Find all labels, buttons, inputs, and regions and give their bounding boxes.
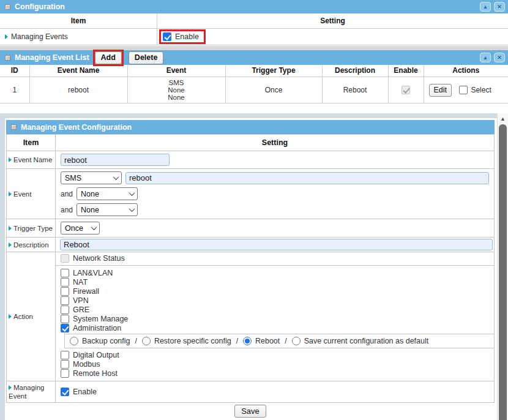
- remote-host-label: Remote Host: [73, 369, 118, 378]
- action-item-vpn[interactable]: VPN: [61, 296, 489, 305]
- action-checkbox-list-2: Digital Output Modbus Remote Host: [56, 348, 494, 381]
- configuration-section: Configuration ▴ ✕ Item Setting Managing …: [0, 0, 508, 45]
- modbus-checkbox[interactable]: [61, 360, 69, 369]
- event-name-label-cell: Event Name: [7, 151, 56, 169]
- backup-config-radio[interactable]: [70, 337, 78, 345]
- panel-left-strip: [0, 113, 5, 420]
- action-item-digital-output[interactable]: Digital Output: [61, 350, 489, 359]
- collapse-button[interactable]: ▴: [480, 53, 491, 62]
- administration-checkbox[interactable]: [61, 324, 69, 332]
- managing-event-enable[interactable]: Enable: [61, 386, 489, 397]
- event-list-table: ID Event Name Event Trigger Type Descrip…: [0, 65, 508, 103]
- event-list-header-row: ID Event Name Event Trigger Type Descrip…: [0, 65, 508, 77]
- event-condition2-value: None: [81, 190, 99, 198]
- trigger-type-setting-cell: Once: [56, 219, 495, 238]
- action-item-nat[interactable]: NAT: [61, 277, 489, 287]
- cell-enable: [388, 77, 424, 103]
- remote-host-checkbox[interactable]: [61, 369, 69, 378]
- managing-events-label: Managing Events: [11, 32, 68, 41]
- and-label: and: [61, 206, 73, 214]
- gre-checkbox[interactable]: [61, 306, 69, 314]
- configuration-title: Configuration: [15, 2, 65, 11]
- col-setting: Setting: [157, 13, 508, 28]
- save-default-radio[interactable]: [292, 337, 301, 345]
- action-checkbox-list: LAN&VLAN NAT Firewall VPN: [56, 266, 494, 334]
- event-type-value: SMS: [65, 174, 81, 182]
- managing-event-enable-checkbox[interactable]: [61, 388, 69, 396]
- scroll-up-arrow-icon[interactable]: ▲: [498, 113, 508, 124]
- action-row: Action Network Status LAN&VLAN NAT: [7, 252, 495, 381]
- event-label-cell: Event: [7, 169, 56, 219]
- col-trigger-type: Trigger Type: [225, 65, 322, 77]
- backup-config-label: Backup config: [82, 337, 130, 345]
- col-id: ID: [0, 65, 29, 77]
- event-config-title: Managing Event Configuration: [21, 123, 132, 132]
- configuration-table-header: Item Setting: [0, 13, 508, 29]
- digital-output-checkbox[interactable]: [61, 351, 69, 359]
- reboot-radio[interactable]: [243, 337, 252, 345]
- action-item-firewall[interactable]: Firewall: [61, 287, 489, 296]
- description-input[interactable]: [60, 239, 493, 250]
- col-actions: Actions: [424, 65, 508, 77]
- description-label-cell: Description: [7, 238, 56, 252]
- event-config-panel: ▲ Managing Event Configuration Item Sett…: [0, 113, 508, 420]
- cell-trigger-type: Once: [225, 77, 322, 103]
- trigger-type-label-cell: Trigger Type: [7, 219, 56, 238]
- section-square-icon: [5, 4, 10, 10]
- gre-label: GRE: [73, 306, 89, 314]
- action-item-system-manage[interactable]: System Manage: [61, 314, 489, 323]
- network-status-label: Network Status: [73, 254, 125, 263]
- system-manage-checkbox[interactable]: [61, 315, 69, 323]
- chevron-down-icon: [129, 190, 135, 196]
- event-condition-1: SMS: [128, 79, 225, 86]
- cell-event-name: reboot: [29, 77, 127, 103]
- action-item-modbus[interactable]: Modbus: [61, 359, 489, 369]
- save-button[interactable]: Save: [234, 405, 266, 418]
- vertical-scrollbar[interactable]: ▲: [497, 113, 508, 420]
- action-item-lan-vlan[interactable]: LAN&VLAN: [61, 268, 489, 277]
- event-config-header: Managing Event Configuration: [6, 120, 495, 134]
- enable-highlight-box: Enable: [159, 29, 206, 44]
- close-button[interactable]: ✕: [494, 2, 505, 12]
- scrollbar-thumb[interactable]: [499, 124, 507, 420]
- collapse-button[interactable]: ▴: [480, 2, 491, 12]
- section-square-icon: [5, 55, 10, 61]
- firewall-checkbox[interactable]: [61, 287, 69, 296]
- event-value-input[interactable]: [125, 172, 489, 184]
- event-list-header: Managing Event List Add Delete ▴ ✕: [0, 50, 508, 65]
- action-item-remote-host[interactable]: Remote Host: [61, 369, 489, 378]
- edit-button[interactable]: Edit: [429, 84, 452, 97]
- event-name-input[interactable]: [61, 154, 170, 166]
- section-divider-band: [0, 46, 508, 50]
- restore-config-label: Restore specific config: [154, 337, 231, 345]
- nat-label: NAT: [73, 278, 88, 287]
- description-setting-cell: [56, 238, 495, 252]
- vpn-checkbox[interactable]: [61, 296, 69, 305]
- action-label-cell: Action: [7, 252, 56, 381]
- action-item-administration[interactable]: Administration: [61, 323, 489, 332]
- managing-event-enable-label: Enable: [73, 388, 97, 396]
- restore-config-radio[interactable]: [142, 337, 151, 345]
- managing-event-row: Managing Event Enable: [7, 381, 495, 403]
- trigger-type-select[interactable]: Once: [61, 222, 100, 234]
- col-enable: Enable: [388, 65, 424, 77]
- managing-events-row: Managing Events Enable: [0, 29, 508, 45]
- add-button[interactable]: Add: [95, 51, 122, 64]
- lan-vlan-label: LAN&VLAN: [73, 269, 113, 277]
- close-button[interactable]: ✕: [494, 53, 505, 62]
- event-condition2-select[interactable]: None: [77, 187, 138, 200]
- reboot-label: Reboot: [255, 337, 280, 345]
- delete-button[interactable]: Delete: [129, 51, 164, 64]
- event-name-row: Event Name: [7, 151, 495, 169]
- action-item-gre[interactable]: GRE: [61, 305, 489, 314]
- description-row: Description: [7, 238, 495, 252]
- nat-checkbox[interactable]: [61, 278, 69, 287]
- event-type-select[interactable]: SMS: [61, 171, 122, 184]
- managing-events-enable-checkbox[interactable]: [163, 32, 171, 41]
- firewall-label: Firewall: [73, 287, 99, 296]
- chevron-down-icon: [129, 206, 135, 212]
- lan-vlan-checkbox[interactable]: [61, 269, 69, 277]
- event-condition3-select[interactable]: None: [77, 203, 138, 216]
- configuration-header: Configuration ▴ ✕: [0, 0, 508, 13]
- row-select-checkbox[interactable]: [459, 86, 468, 94]
